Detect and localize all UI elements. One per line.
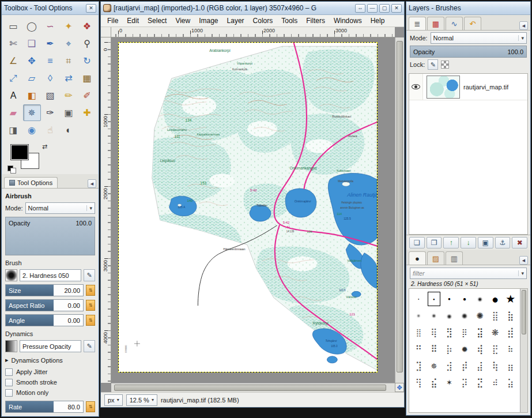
brush-item[interactable]: ⣾ [503, 324, 518, 341]
brush-item[interactable]: ● [442, 307, 457, 324]
menu-colors[interactable]: Colors [249, 15, 277, 27]
brush-item[interactable]: ⣼ [472, 357, 488, 374]
brush-item[interactable]: ⣹ [411, 357, 427, 374]
close-button[interactable]: ✕ [391, 4, 402, 13]
brush-item[interactable]: ⡾ [457, 357, 473, 374]
brush-item[interactable]: ● [472, 291, 488, 307]
rate-reset-icon[interactable]: ⇅ [86, 401, 95, 412]
dynamics-select[interactable]: Pressure Opacity [20, 340, 81, 352]
menu-image[interactable]: Image [195, 15, 222, 27]
ruler-corner[interactable] [101, 27, 111, 37]
tool-clone[interactable]: ▣ [60, 104, 78, 121]
brush-scrollbar-thumb[interactable] [522, 290, 526, 334]
navigation-button[interactable]: ✥ [395, 383, 404, 392]
layer-mode-select[interactable]: Normal ▾ [431, 32, 527, 44]
new-layer-button[interactable]: ❏ [409, 237, 425, 248]
tool-flip[interactable]: ⇄ [60, 70, 78, 86]
unit-select[interactable]: px ▾ [104, 394, 123, 406]
tool-ellipse-select[interactable]: ◯ [23, 18, 41, 35]
brush-scrollbar[interactable] [520, 289, 527, 412]
tool-dodge-burn[interactable]: ◐ [60, 122, 78, 138]
anchor-layer-button[interactable]: ⚓ [495, 237, 511, 248]
delete-layer-button[interactable]: ✖ [512, 237, 527, 248]
tool-free-select[interactable]: ∽ [41, 18, 59, 35]
brush-item[interactable]: ❋ [488, 324, 503, 341]
aspect-ratio-slider[interactable]: Aspect Ratio 0.00 [5, 299, 84, 311]
tab-gradients[interactable]: ▥ [446, 251, 463, 265]
menu-view[interactable]: View [171, 15, 194, 27]
vertical-scrollbar-thumb[interactable] [397, 41, 403, 372]
tool-scale[interactable]: ⤢ [5, 70, 22, 86]
size-slider[interactable]: Size 20.00 [5, 284, 84, 296]
brush-item[interactable]: ✵ [427, 357, 442, 374]
menu-help[interactable]: Help [367, 15, 389, 27]
brush-item[interactable]: ★ [503, 291, 518, 307]
tool-cage-transform[interactable]: ▦ [78, 70, 96, 86]
tool-eraser[interactable]: ▰ [5, 104, 22, 121]
brush-item[interactable]: ● [427, 307, 442, 324]
tool-bucket-fill[interactable]: ◧ [23, 87, 41, 104]
brush-item[interactable]: ⢷ [488, 357, 503, 374]
tool-perspective-clone[interactable]: ◨ [5, 122, 22, 138]
rate-slider[interactable]: Rate 80.0 [5, 401, 84, 413]
duplicate-layer-button[interactable]: ▣ [478, 237, 493, 248]
swap-colors-icon[interactable]: ⇄ [42, 143, 47, 150]
tool-zoom[interactable]: ⚲ [78, 35, 96, 52]
raise-layer-button[interactable]: ↑ [443, 237, 459, 248]
tab-paths[interactable]: ∿ [446, 17, 463, 30]
brush-dock-menu-arrow[interactable]: ◀ [519, 256, 528, 265]
layer-opacity-slider[interactable]: Opacity 100.0 [410, 46, 527, 58]
tab-channels[interactable]: ▦ [427, 17, 444, 30]
tab-brushes[interactable]: ● [409, 251, 426, 265]
tool-rotate[interactable]: ↻ [78, 52, 96, 69]
tool-scissors-select[interactable]: ✄ [5, 35, 22, 52]
tool-perspective[interactable]: ◊ [41, 70, 59, 86]
lock-pixels-button[interactable]: ✎ [428, 59, 438, 70]
tool-move[interactable]: ✥ [23, 52, 41, 69]
brush-item[interactable]: ⣵ [503, 374, 518, 391]
vertical-scrollbar[interactable] [395, 37, 404, 383]
brush-item[interactable]: ⣽ [472, 324, 488, 341]
dock-titlebar[interactable]: Layers - Brushes [406, 2, 530, 15]
horizontal-scrollbar[interactable] [111, 383, 395, 392]
tool-fuzzy-select[interactable]: ✦ [60, 18, 78, 35]
color-selector[interactable]: ⇄ [7, 143, 93, 174]
brush-item[interactable]: ● [457, 307, 473, 324]
brush-item[interactable]: ⣝ [472, 374, 488, 391]
horizontal-ruler[interactable]: 0100020003000 [111, 27, 395, 37]
brush-filter-input[interactable]: filter ▾ [410, 268, 527, 279]
brush-item[interactable]: ⠿ [427, 341, 442, 357]
aspect-reset-icon[interactable]: ⇅ [86, 300, 95, 311]
brush-item[interactable]: ⣻ [442, 324, 457, 341]
tool-paintbrush[interactable]: ✐ [78, 87, 96, 104]
tool-airbrush[interactable]: ✵ [23, 104, 41, 121]
brush-item[interactable]: ⣟ [488, 341, 503, 357]
brush-item[interactable]: ● [411, 307, 427, 324]
tool-measure[interactable]: ∠ [5, 52, 22, 69]
menu-edit[interactable]: Edit [123, 15, 143, 27]
tool-select-by-color[interactable]: ❖ [78, 18, 96, 35]
brush-item[interactable]: ⡽ [457, 374, 473, 391]
new-group-button[interactable]: ❐ [427, 237, 442, 248]
menu-file[interactable]: File [103, 15, 122, 27]
image-titlebar[interactable]: [rautjarvi_map] (imported)-1.0 (RGB colo… [101, 2, 404, 15]
layers-list[interactable]: rautjarvi_map.tif [409, 73, 528, 235]
horizontal-scrollbar-thumb[interactable] [114, 385, 386, 391]
brush-item[interactable]: ⣶ [503, 357, 518, 374]
mode-select[interactable]: Normal ▾ [25, 202, 95, 214]
brush-item[interactable]: ✹ [457, 341, 473, 357]
tool-gradient[interactable]: ▧ [41, 87, 59, 104]
brush-item[interactable]: ● [488, 291, 503, 307]
brush-item[interactable]: ⣮ [427, 374, 442, 391]
tool-foreground-select[interactable]: ❑ [23, 35, 41, 52]
size-button[interactable]: ⇔ [355, 4, 365, 13]
tool-pencil[interactable]: ✏ [60, 87, 78, 104]
tool-heal[interactable]: ✚ [78, 104, 96, 121]
menu-tools[interactable]: Tools [277, 15, 301, 27]
checkbox-motion-only[interactable] [5, 389, 13, 397]
brush-item[interactable]: ⢾ [472, 341, 488, 357]
menu-layer[interactable]: Layer [223, 15, 248, 27]
toolbox-titlebar[interactable]: Toolbox - Tool Options ✕ [2, 2, 99, 15]
maximize-button[interactable]: ▢ [379, 4, 390, 13]
default-colors-icon[interactable] [7, 165, 16, 173]
